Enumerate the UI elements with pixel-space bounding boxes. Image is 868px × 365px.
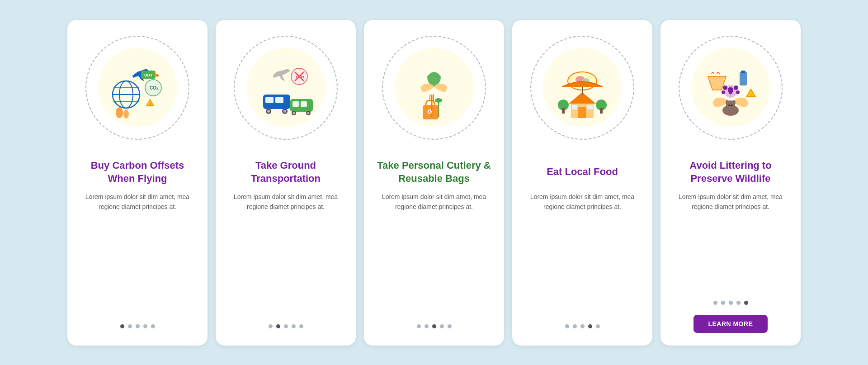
svg-point-58 <box>736 90 740 94</box>
card-4-svg <box>546 52 618 124</box>
svg-rect-59 <box>740 72 747 85</box>
card-5-svg: ! <box>694 52 767 124</box>
svg-text:CO₂: CO₂ <box>150 85 158 90</box>
dot-4-4 <box>588 324 592 328</box>
svg-text:!: ! <box>750 93 752 97</box>
learn-more-button[interactable]: LEARN MORE <box>693 315 767 333</box>
dot-1-4 <box>143 324 147 328</box>
svg-point-36 <box>435 98 442 103</box>
card-4: Eat Local Food Lorem ipsum dolor sit dim… <box>512 20 652 346</box>
dot-2-2 <box>276 324 280 328</box>
dashed-circle-3: ♻ <box>382 36 486 140</box>
card-1-illustration: CO₂ ! BUY <box>67 20 208 151</box>
dot-5-5 <box>744 301 748 305</box>
svg-rect-43 <box>572 105 577 109</box>
dot-2-1 <box>269 324 273 328</box>
svg-point-31 <box>307 112 310 114</box>
svg-rect-60 <box>741 71 745 73</box>
svg-point-55 <box>723 85 727 90</box>
dot-1-3 <box>136 324 140 328</box>
dot-2-4 <box>292 324 296 328</box>
svg-point-29 <box>293 112 295 114</box>
dot-2-5 <box>299 324 303 328</box>
dot-4-1 <box>565 324 569 328</box>
card-1-svg: CO₂ ! BUY <box>101 52 174 124</box>
svg-point-67 <box>731 104 733 106</box>
card-2-title: Take Ground Transportation <box>216 151 356 192</box>
svg-point-7 <box>116 107 123 118</box>
card-2-svg: CO₂ <box>250 52 322 124</box>
svg-rect-26 <box>292 101 299 107</box>
dashed-circle-5: ! <box>679 36 783 140</box>
card-5: ! Avoid Littering to <box>660 20 801 346</box>
dot-5-4 <box>736 301 741 305</box>
card-1-dots <box>120 324 155 328</box>
card-2: CO₂ <box>216 20 356 346</box>
dot-3-2 <box>425 324 429 328</box>
card-4-dots <box>565 324 600 328</box>
svg-rect-46 <box>562 108 565 114</box>
card-3-illustration: ♻ <box>364 20 504 151</box>
svg-rect-48 <box>600 108 603 114</box>
svg-point-64 <box>726 100 729 105</box>
svg-text:BUY: BUY <box>144 73 153 77</box>
circle-inner-2: CO₂ <box>246 48 326 127</box>
card-2-desc: Lorem ipsum dolor sit dim amet, mea regi… <box>216 192 356 315</box>
card-3-title: Take Personal Cutlery & Reusable Bags <box>364 151 504 192</box>
dot-5-1 <box>713 301 717 305</box>
dot-4-5 <box>596 324 600 328</box>
card-5-title: Avoid Littering to Preserve Wildlife <box>660 151 801 192</box>
dot-4-2 <box>573 324 577 328</box>
circle-inner-4 <box>543 48 622 127</box>
dot-1-1 <box>120 324 124 328</box>
card-1-title: Buy Carbon Offsets When Flying <box>67 151 208 192</box>
dot-1-5 <box>151 324 155 328</box>
dot-3-4 <box>440 324 444 328</box>
circle-inner-1: CO₂ ! BUY <box>98 48 177 127</box>
circle-inner-5: ! <box>691 48 770 127</box>
card-1-desc: Lorem ipsum dolor sit dim amet, mea regi… <box>67 192 208 315</box>
circle-inner-3: ♻ <box>395 48 474 127</box>
dashed-circle-2: CO₂ <box>234 36 338 140</box>
dot-3-5 <box>448 324 452 328</box>
card-3-svg: ♻ <box>398 52 470 124</box>
card-1: CO₂ ! BUY <box>67 20 208 346</box>
card-5-illustration: ! <box>660 20 801 151</box>
svg-rect-44 <box>587 105 593 109</box>
card-5-desc: Lorem ipsum dolor sit dim amet, mea regi… <box>660 192 801 292</box>
card-3: ♻ Take Personal Cutlery & Reusable Bags … <box>364 20 504 346</box>
card-3-dots <box>417 324 452 328</box>
dot-3-1 <box>417 324 421 328</box>
svg-point-57 <box>722 90 725 94</box>
svg-point-56 <box>734 85 738 90</box>
svg-text:!: ! <box>150 102 151 106</box>
card-4-illustration <box>512 20 652 151</box>
svg-point-8 <box>123 109 129 119</box>
svg-rect-20 <box>275 97 283 103</box>
dot-4-3 <box>580 324 585 328</box>
dot-5-2 <box>721 301 725 305</box>
svg-point-24 <box>283 110 286 113</box>
dot-1-2 <box>128 324 132 328</box>
card-3-desc: Lorem ipsum dolor sit dim amet, mea regi… <box>364 192 504 315</box>
dashed-circle-4 <box>530 36 634 140</box>
dot-5-3 <box>729 301 733 305</box>
card-4-desc: Lorem ipsum dolor sit dim amet, mea regi… <box>512 192 652 315</box>
svg-point-13 <box>156 74 159 77</box>
cards-container: CO₂ ! BUY <box>49 6 819 359</box>
svg-rect-27 <box>301 101 307 107</box>
dot-2-3 <box>284 324 288 328</box>
card-4-title: Eat Local Food <box>534 151 631 192</box>
card-2-illustration: CO₂ <box>216 20 356 151</box>
card-5-dots <box>713 301 748 305</box>
svg-point-66 <box>728 104 730 106</box>
dashed-circle-1: CO₂ ! BUY <box>85 36 189 140</box>
card-2-dots <box>269 324 303 328</box>
svg-rect-19 <box>265 97 274 103</box>
svg-point-65 <box>732 100 736 105</box>
svg-rect-42 <box>578 107 586 118</box>
svg-point-22 <box>267 110 270 113</box>
svg-text:♻: ♻ <box>427 108 433 115</box>
dot-3-3 <box>432 324 436 328</box>
